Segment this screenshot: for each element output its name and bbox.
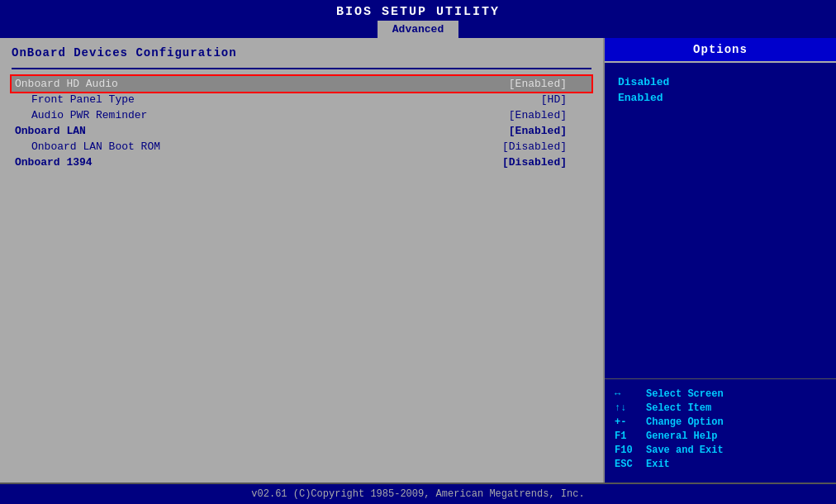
setting-label: Onboard LAN: [12, 123, 372, 139]
setting-value: [HD]: [372, 92, 591, 107]
left-panel: OnBoard Devices Configuration Onboard HD…: [0, 38, 605, 483]
footer: v02.61 (C)Copyright 1985-2009, American …: [0, 483, 836, 504]
setting-value: [Enabled]: [372, 76, 591, 92]
setting-value: [Enabled]: [372, 123, 591, 139]
key-symbol: ↔: [615, 388, 646, 400]
key-row-general-help: F1 General Help: [615, 430, 826, 442]
setting-label: Onboard LAN Boot ROM: [12, 139, 372, 155]
setting-label: Onboard 1394: [12, 155, 372, 170]
right-panel: Options Disabled Enabled ↔ Select Screen…: [605, 38, 836, 483]
key-row-change-option: +- Change Option: [615, 416, 826, 428]
section-title: OnBoard Devices Configuration: [12, 46, 591, 59]
main-content: OnBoard Devices Configuration Onboard HD…: [0, 38, 836, 483]
table-row[interactable]: Onboard LAN Boot ROM [Disabled]: [12, 139, 591, 155]
key-desc: Select Screen: [646, 388, 724, 400]
key-symbol: +-: [615, 416, 646, 428]
key-desc: General Help: [646, 430, 717, 442]
key-desc: Select Item: [646, 402, 711, 414]
option-disabled[interactable]: Disabled: [618, 76, 823, 88]
setting-label: Front Panel Type: [12, 92, 372, 107]
options-content: Disabled Enabled: [605, 63, 836, 378]
divider: [12, 68, 591, 69]
setting-value: [Disabled]: [372, 139, 591, 155]
key-symbol: F10: [615, 445, 646, 456]
key-desc: Change Option: [646, 416, 724, 428]
option-enabled[interactable]: Enabled: [618, 92, 823, 104]
key-desc: Exit: [646, 459, 670, 470]
table-row[interactable]: Onboard LAN [Enabled]: [12, 123, 591, 139]
key-row-select-screen: ↔ Select Screen: [615, 388, 826, 400]
table-row[interactable]: Onboard 1394 [Disabled]: [12, 155, 591, 170]
key-desc: Save and Exit: [646, 445, 724, 456]
setting-value: [Disabled]: [372, 155, 591, 170]
settings-table: Onboard HD Audio [Enabled] Front Panel T…: [12, 76, 591, 170]
setting-value: [Enabled]: [372, 107, 591, 123]
table-row[interactable]: Onboard HD Audio [Enabled]: [12, 76, 591, 92]
setting-label: Audio PWR Reminder: [12, 107, 372, 123]
key-help: ↔ Select Screen ↑↓ Select Item +- Change…: [605, 378, 836, 483]
key-row-exit: ESC Exit: [615, 459, 826, 470]
bios-title: BIOS SETUP UTILITY: [0, 0, 836, 21]
bios-screen: BIOS SETUP UTILITY Advanced OnBoard Devi…: [0, 0, 836, 504]
table-row[interactable]: Audio PWR Reminder [Enabled]: [12, 107, 591, 123]
key-symbol: ESC: [615, 459, 646, 470]
key-symbol: ↑↓: [615, 402, 646, 414]
key-row-save-exit: F10 Save and Exit: [615, 445, 826, 456]
key-symbol: F1: [615, 430, 646, 442]
table-row[interactable]: Front Panel Type [HD]: [12, 92, 591, 107]
options-header: Options: [605, 38, 836, 63]
tab-advanced[interactable]: Advanced: [378, 21, 458, 38]
key-row-select-item: ↑↓ Select Item: [615, 402, 826, 414]
setting-label: Onboard HD Audio: [12, 76, 372, 92]
tab-row: Advanced: [0, 21, 836, 38]
